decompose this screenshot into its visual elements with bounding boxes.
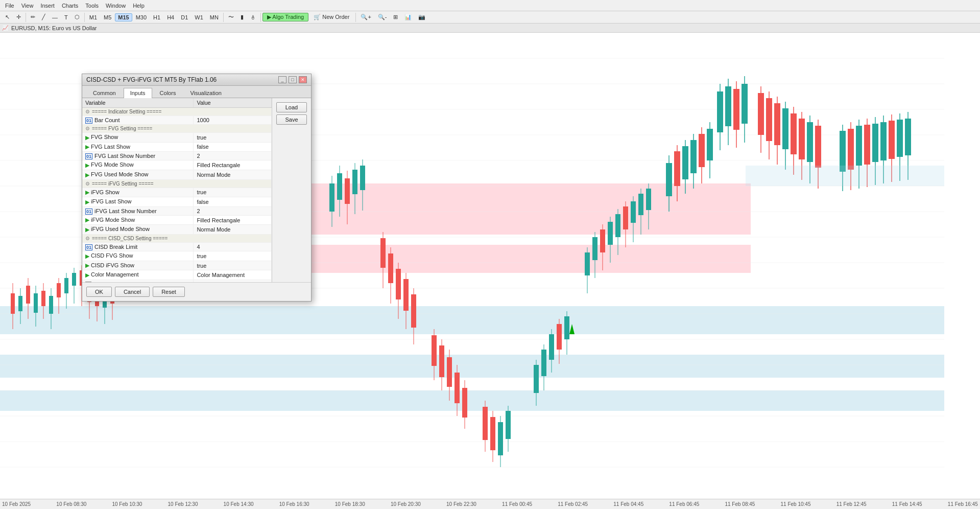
ok-button[interactable]: OK [86, 287, 112, 297]
param-value[interactable]: Filled Rectangale [194, 160, 272, 170]
svg-rect-144 [782, 108, 788, 149]
screenshot-btn[interactable]: 📷 [415, 13, 428, 21]
svg-rect-112 [631, 201, 636, 223]
maximize-button[interactable]: □ [289, 76, 297, 83]
reset-button[interactable]: Reset [153, 287, 185, 297]
menu-help[interactable]: Help [130, 3, 148, 9]
table-row[interactable]: 01CISD Break Limit4 [82, 243, 272, 251]
tab-colors[interactable]: Colors [153, 88, 183, 98]
table-row[interactable]: ▶iFVG Mode ShowFilled Rectangale [82, 215, 272, 225]
tab-inputs[interactable]: Inputs [124, 88, 152, 98]
menu-insert[interactable]: Insert [37, 3, 58, 9]
svg-rect-4 [306, 183, 751, 235]
dialog-title: CISD-CSD + FVG-iFVG ICT MT5 By TFlab 1.0… [86, 76, 217, 83]
table-row[interactable]: ▶FVG Mode ShowFilled Rectangale [82, 160, 272, 170]
toolbar-line[interactable]: ╱ [39, 13, 49, 21]
load-button[interactable]: Load [276, 102, 307, 112]
param-value[interactable]: Normal Mode [194, 225, 272, 235]
param-variable: ▶Color Management [82, 270, 194, 280]
param-value[interactable]: true [194, 251, 272, 261]
param-value[interactable]: 4 [194, 243, 272, 251]
param-value[interactable]: false [194, 142, 272, 152]
table-row[interactable]: ▶Color ManagementColor Management [82, 270, 272, 280]
table-row[interactable]: ▶FVG Last Showfalse [82, 142, 272, 152]
new-order-btn[interactable]: 🛒 New Order [309, 13, 354, 21]
param-value[interactable]: false [194, 197, 272, 207]
tf-w1[interactable]: W1 [192, 13, 206, 21]
toolbar-crosshair[interactable]: ✛ [13, 13, 24, 21]
cancel-button[interactable]: Cancel [115, 287, 150, 297]
table-row[interactable]: ▶iFVG Showtrue [82, 188, 272, 197]
zoom-out[interactable]: 🔍- [375, 13, 390, 21]
param-value[interactable]: true [194, 261, 272, 270]
table-row[interactable]: ▶iFVG Used Mode ShowNormal Mode [82, 225, 272, 235]
param-value[interactable]: true [194, 188, 272, 197]
toolbar-arrow[interactable]: ↖ [2, 13, 13, 21]
table-row[interactable]: ▶iFVG Last Showfalse [82, 197, 272, 207]
param-value[interactable]: true [194, 133, 272, 143]
chart-grid[interactable]: ⊞ [390, 13, 401, 21]
tf-m15[interactable]: M15 [115, 13, 132, 21]
params-table: Variable Value ⚙===== Indicator Setting … [82, 98, 272, 282]
chart-type-bar[interactable]: ▮ [237, 13, 247, 21]
param-value[interactable]: 2 [194, 152, 272, 160]
table-row[interactable]: 01iFVG Last Show Number2 [82, 206, 272, 215]
menu-charts[interactable]: Charts [59, 3, 81, 9]
svg-rect-148 [799, 119, 805, 159]
close-button[interactable]: ✕ [299, 76, 307, 83]
param-value[interactable]: 2 [194, 206, 272, 215]
svg-rect-170 [905, 119, 911, 155]
tab-common[interactable]: Common [86, 88, 123, 98]
dialog-titlebar[interactable]: CISD-CSD + FVG-iFVG ICT MT5 By TFlab 1.0… [82, 74, 311, 86]
indicators-btn[interactable]: 📊 [401, 13, 415, 21]
svg-rect-80 [462, 388, 467, 418]
toolbar-hline[interactable]: — [49, 13, 61, 21]
table-row[interactable]: ▶CISD iFVG Showtrue [82, 261, 272, 270]
svg-rect-98 [564, 316, 569, 339]
tf-m30[interactable]: M30 [133, 13, 150, 21]
chart-type-candle[interactable]: 🕯 [247, 13, 259, 21]
table-row[interactable]: ⚙===== CISD_CSD Setting ===== [82, 235, 272, 243]
param-value[interactable]: Filled Rectangale [194, 215, 272, 225]
param-value-color[interactable]: 188,200,250 [194, 280, 272, 282]
svg-rect-28 [26, 286, 30, 304]
svg-rect-94 [549, 334, 554, 360]
menu-window[interactable]: Window [103, 3, 129, 9]
tf-h1[interactable]: H1 [150, 13, 163, 21]
svg-rect-168 [897, 120, 903, 157]
param-value[interactable]: Color Management [194, 270, 272, 280]
tf-m5[interactable]: M5 [101, 13, 114, 21]
time-label: 10 Feb 18:30 [335, 501, 365, 507]
menu-tools[interactable]: Tools [82, 3, 102, 9]
param-value[interactable]: 1000 [194, 116, 272, 125]
dialog-footer: OK Cancel Reset [82, 282, 311, 301]
save-button[interactable]: Save [276, 114, 307, 125]
toolbar-shapes[interactable]: ⬡ [71, 13, 83, 21]
table-row[interactable]: ▶CISD FVG Showtrue [82, 251, 272, 261]
tf-mn[interactable]: MN [207, 13, 222, 21]
toolbar-pencil[interactable]: ✏ [28, 13, 38, 21]
svg-rect-146 [791, 113, 797, 154]
table-row[interactable]: ▶FVG Showtrue [82, 133, 272, 143]
table-row[interactable]: ▶FVG Used Mode ShowNormal Mode [82, 170, 272, 179]
param-value[interactable]: Normal Mode [194, 170, 272, 179]
table-row[interactable]: 01FVG Last Show Number2 [82, 152, 272, 160]
minimize-button[interactable]: _ [278, 76, 286, 83]
table-row[interactable]: SupportZone188,200,250 [82, 280, 272, 282]
table-row[interactable]: 01Bar Count1000 [82, 116, 272, 125]
tf-h4[interactable]: H4 [164, 13, 177, 21]
tab-visualization[interactable]: Visualization [183, 88, 228, 98]
table-row[interactable]: ⚙===== iFVG Setting ===== [82, 179, 272, 188]
table-row[interactable]: ⚙===== FVG Setting ===== [82, 125, 272, 133]
chart-type-line[interactable]: 〜 [225, 12, 237, 22]
param-variable: ▶CISD iFVG Show [82, 261, 194, 270]
table-row[interactable]: ⚙===== Indicator Setting ===== [82, 108, 272, 116]
tf-m1[interactable]: M1 [86, 13, 100, 21]
svg-rect-1 [0, 306, 944, 334]
zoom-in[interactable]: 🔍+ [357, 13, 374, 21]
menu-file[interactable]: File [2, 3, 17, 9]
algo-trading-btn[interactable]: ▶ Algo Trading [262, 13, 308, 21]
menu-view[interactable]: View [18, 3, 37, 9]
toolbar-text[interactable]: T [61, 13, 71, 21]
tf-d1[interactable]: D1 [178, 13, 191, 21]
